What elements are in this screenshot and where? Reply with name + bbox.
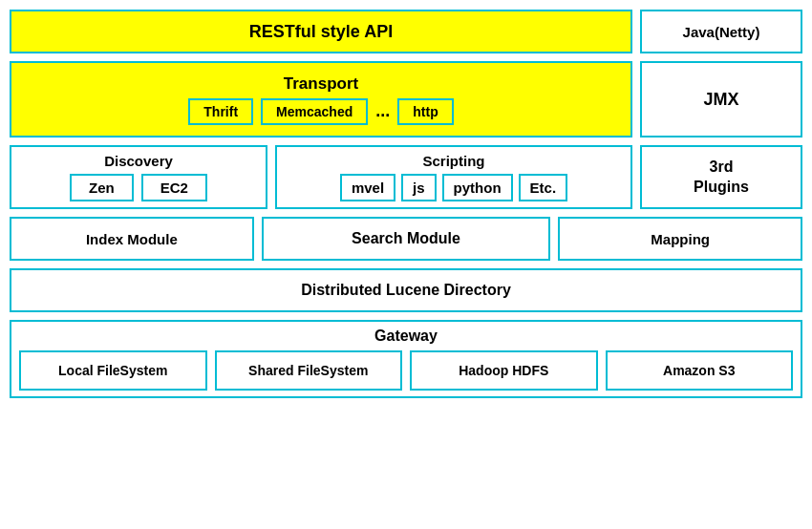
jmx-box: JMX xyxy=(640,61,802,138)
memcached-box: Memcached xyxy=(261,98,368,125)
discovery-box: Discovery Zen EC2 xyxy=(10,145,267,209)
js-label: js xyxy=(413,180,425,196)
gateway-items: Local FileSystem Shared FileSystem Hadoo… xyxy=(19,350,793,391)
search-module-box: Search Module xyxy=(262,217,551,261)
scripting-items: mvel js python Etc. xyxy=(340,174,567,201)
diagram: RESTful style API Java(Netty) Transport … xyxy=(0,0,812,529)
ec2-box: EC2 xyxy=(141,174,207,201)
hadoop-box: Hadoop HDFS xyxy=(410,350,598,391)
row-4: Index Module Search Module Mapping xyxy=(10,217,802,261)
restful-api-box: RESTful style API xyxy=(10,10,632,53)
row-1: RESTful style API Java(Netty) xyxy=(10,10,802,53)
dots-label: ... xyxy=(375,101,390,121)
discovery-label: Discovery xyxy=(104,153,173,169)
transport-items: Thrift Memcached ... http xyxy=(188,98,453,125)
gateway-section: Gateway Local FileSystem Shared FileSyst… xyxy=(10,320,802,398)
transport-label: Transport xyxy=(284,74,358,94)
discovery-items: Zen EC2 xyxy=(70,174,207,201)
lucene-box: Distributed Lucene Directory xyxy=(10,268,802,312)
plugins-box: 3rdPlugins xyxy=(640,145,802,209)
js-box: js xyxy=(401,174,437,201)
etc-box: Etc. xyxy=(519,174,568,201)
thrift-box: Thrift xyxy=(188,98,253,125)
etc-label: Etc. xyxy=(530,180,557,196)
mapping-label: Mapping xyxy=(651,231,710,247)
zen-box: Zen xyxy=(70,174,134,201)
restful-label: RESTful style API xyxy=(249,22,393,42)
index-module-box: Index Module xyxy=(10,217,254,261)
row-2: Transport Thrift Memcached ... http JMX xyxy=(10,61,802,138)
row-5: Distributed Lucene Directory xyxy=(10,268,802,312)
http-box: http xyxy=(397,98,453,125)
local-fs-box: Local FileSystem xyxy=(19,350,207,391)
mapping-box: Mapping xyxy=(558,217,802,261)
row-3: Discovery Zen EC2 Scripting mvel js xyxy=(10,145,802,209)
jmx-label: JMX xyxy=(703,90,738,110)
amazon-label: Amazon S3 xyxy=(663,363,735,378)
memcached-label: Memcached xyxy=(276,104,353,119)
http-label: http xyxy=(413,104,438,119)
shared-fs-box: Shared FileSystem xyxy=(215,350,403,391)
plugins-label: 3rdPlugins xyxy=(694,158,749,198)
local-fs-label: Local FileSystem xyxy=(58,363,167,378)
mvel-label: mvel xyxy=(352,180,384,196)
hadoop-label: Hadoop HDFS xyxy=(459,363,548,378)
shared-fs-label: Shared FileSystem xyxy=(248,363,368,378)
lucene-label: Distributed Lucene Directory xyxy=(301,282,511,299)
index-label: Index Module xyxy=(86,231,178,247)
python-label: python xyxy=(454,180,502,196)
mvel-box: mvel xyxy=(340,174,395,201)
scripting-box: Scripting mvel js python Etc. xyxy=(275,145,632,209)
gateway-label: Gateway xyxy=(19,328,793,345)
ec2-label: EC2 xyxy=(160,180,188,196)
thrift-label: Thrift xyxy=(203,104,238,119)
transport-box: Transport Thrift Memcached ... http xyxy=(10,61,632,138)
java-label: Java(Netty) xyxy=(683,24,760,40)
scripting-label: Scripting xyxy=(422,153,484,169)
java-netty-box: Java(Netty) xyxy=(640,10,802,53)
python-box: python xyxy=(442,174,513,201)
zen-label: Zen xyxy=(89,180,115,196)
search-label: Search Module xyxy=(352,230,460,247)
amazon-box: Amazon S3 xyxy=(606,350,794,391)
